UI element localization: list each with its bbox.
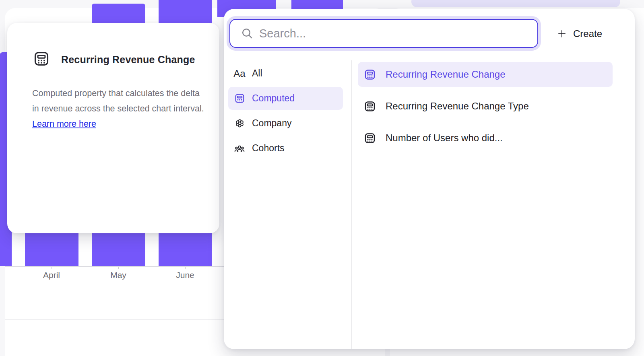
calculator-icon: [33, 50, 50, 69]
category-item-all[interactable]: Aa All: [228, 62, 343, 85]
category-label: Company: [252, 118, 291, 129]
result-label: Recurring Revenue Change Type: [386, 101, 529, 112]
search-input[interactable]: [259, 27, 529, 40]
calculator-icon: [364, 132, 376, 144]
create-button[interactable]: Create: [553, 23, 606, 44]
text-aa-icon: Aa: [234, 68, 245, 79]
axis-tick: [52, 267, 52, 269]
result-item-number-of-users[interactable]: Number of Users who did...: [358, 126, 613, 150]
company-icon: [234, 118, 245, 129]
x-axis-label-april: April: [27, 270, 76, 280]
result-item-recurring-revenue-change[interactable]: Recurring Revenue Change: [358, 62, 613, 87]
cohorts-icon: [234, 143, 245, 154]
calculator-icon: [234, 93, 245, 104]
category-list: Aa All: [228, 62, 343, 162]
tooltip-header: Recurring Revenue Change: [33, 50, 195, 69]
category-item-computed[interactable]: Computed: [228, 87, 343, 110]
result-item-recurring-revenue-change-type[interactable]: Recurring Revenue Change Type: [358, 94, 613, 119]
results-list: Recurring Revenue Change: [358, 62, 613, 157]
property-tooltip-card: Recurring Revenue Change Computed proper…: [7, 23, 219, 233]
result-label: Recurring Revenue Change: [386, 69, 506, 80]
search-icon: [241, 27, 254, 40]
result-label: Number of Users who did...: [386, 132, 503, 144]
calculator-icon: [364, 100, 376, 113]
category-item-cohorts[interactable]: Cohorts: [228, 137, 343, 160]
category-label: All: [252, 68, 262, 79]
axis-tick: [185, 267, 186, 269]
tooltip-description: Computed property that calculates the de…: [32, 86, 208, 132]
screen: April May June Recurr: [0, 0, 644, 356]
tooltip-title: Recurring Revenue Change: [61, 54, 195, 66]
x-axis-label-may: May: [94, 270, 142, 280]
plus-icon: [557, 29, 567, 39]
category-label: Cohorts: [252, 143, 285, 154]
tooltip-description-text: Computed property that calculates the de…: [32, 88, 204, 113]
x-axis-label-june: June: [161, 270, 209, 280]
chart-bar: [291, 0, 343, 9]
property-picker-dropdown: Create Aa All: [224, 9, 635, 349]
calculator-icon: [364, 68, 376, 81]
background-property-pill: [411, 0, 620, 7]
picker-divider: [351, 60, 352, 349]
learn-more-link[interactable]: Learn more here: [32, 119, 96, 129]
category-item-company[interactable]: Company: [228, 112, 343, 135]
create-button-label: Create: [573, 28, 602, 39]
category-label: Computed: [252, 93, 295, 104]
search-field[interactable]: [229, 19, 538, 48]
axis-tick: [118, 267, 119, 269]
